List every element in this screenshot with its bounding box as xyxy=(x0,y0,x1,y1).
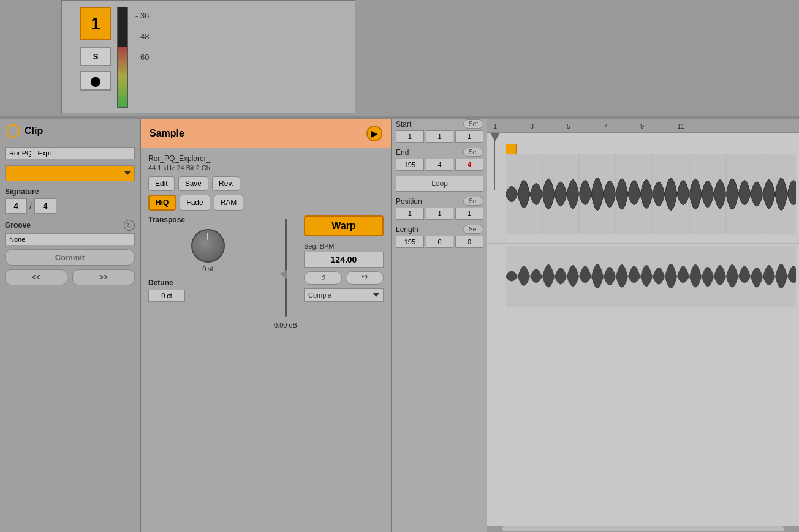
waveform-lower xyxy=(506,246,796,307)
gain-fader-track[interactable] xyxy=(285,219,287,317)
timeline-num-9: 9 xyxy=(640,122,677,130)
fade-button[interactable]: Fade xyxy=(180,195,210,211)
start-field-3[interactable]: 1 xyxy=(455,130,483,143)
loop-button[interactable]: Loop xyxy=(396,176,483,192)
clip-section: Clip Signature 4 / 4 Groove ↻ None Commi… xyxy=(0,119,141,532)
transpose-label: Transpose xyxy=(148,215,267,224)
mute-button[interactable]: ⬤ xyxy=(80,71,111,91)
ram-button[interactable]: RAM xyxy=(214,195,244,211)
bottom-panel: Clip Signature 4 / 4 Groove ↻ None Commi… xyxy=(0,119,799,532)
knob-indicator xyxy=(207,233,208,240)
sample-filename: Ror_PQ_Explorer_- xyxy=(148,154,384,163)
groove-refresh-icon[interactable]: ↻ xyxy=(124,220,135,231)
next-button[interactable]: >> xyxy=(72,269,135,285)
start-field-1[interactable]: 1 xyxy=(396,130,424,143)
end-fields: 195 4 4 xyxy=(396,159,483,171)
scrollbar-thumb[interactable] xyxy=(502,526,783,531)
wave-icon: ≋ xyxy=(6,89,25,107)
timeline-num-5: 5 xyxy=(567,122,604,130)
double-speed-button[interactable]: *2 xyxy=(346,271,384,285)
gain-db-value: 0.00 dB xyxy=(274,321,297,329)
warp-speed-buttons: :2 *2 xyxy=(304,271,384,285)
transpose-area: Transpose 0 st Detune xyxy=(148,215,267,329)
playhead-top-icon xyxy=(490,133,500,141)
solo-button[interactable]: S xyxy=(80,47,111,66)
length-field-2[interactable]: 0 xyxy=(426,236,454,248)
seg-bpm-label: Seg. BPM xyxy=(304,242,384,250)
warp-area: Warp Seg. BPM 124.00 :2 *2 Comple xyxy=(304,215,384,329)
horizontal-scrollbar[interactable] xyxy=(487,526,799,532)
save-button[interactable]: Save xyxy=(178,176,208,191)
start-field-2[interactable]: 1 xyxy=(426,130,454,143)
position-field-2[interactable]: 1 xyxy=(426,208,454,220)
start-label: Start Set xyxy=(396,119,483,129)
prev-button[interactable]: << xyxy=(5,269,67,285)
detune-label: Detune xyxy=(148,279,267,287)
transport-area: Start Set 1 1 1 End Set 195 4 4 Loop xyxy=(392,119,487,532)
fader-handle-icon xyxy=(280,269,287,279)
sample-header: Sample ▶ xyxy=(141,119,391,148)
groove-select[interactable]: None xyxy=(5,233,135,245)
sample-content: Ror_PQ_Explorer_- 44.1 kHz 24 Bit 2 Ch E… xyxy=(141,148,391,335)
timeline-num-11: 11 xyxy=(677,122,714,130)
warp-button[interactable]: Warp xyxy=(304,215,384,236)
groove-row: Groove ↻ xyxy=(5,220,135,231)
fader-area: 0.00 dB xyxy=(273,215,298,329)
end-row: End Set 195 4 4 xyxy=(396,148,483,171)
sample-navigate-button[interactable]: ▶ xyxy=(366,126,382,141)
timeline-numbers: 1 3 5 7 9 11 xyxy=(487,122,714,130)
sample-section: Sample ▶ Ror_PQ_Explorer_- 44.1 kHz 24 B… xyxy=(141,119,392,532)
mixer-panel: 1 S ⬤ - 36 - 48 - 60 xyxy=(61,0,355,113)
dropdown-arrow-icon xyxy=(124,171,131,175)
warp-mode-arrow-icon xyxy=(373,293,379,297)
db-labels: - 36 - 48 - 60 xyxy=(135,6,149,68)
db-label-48: - 48 xyxy=(135,26,149,47)
transpose-knob[interactable] xyxy=(191,229,225,263)
timeline-bar: 1 3 5 7 9 11 xyxy=(487,119,799,133)
length-field-3[interactable]: 0 xyxy=(455,236,483,248)
length-field-1[interactable]: 195 xyxy=(396,236,424,248)
nav-row: << >> xyxy=(5,269,135,285)
position-row: Position Set 1 1 1 xyxy=(396,197,483,220)
hiq-button[interactable]: HiQ xyxy=(148,195,176,211)
length-set-button[interactable]: Set xyxy=(463,225,483,234)
start-row: Start Set 1 1 1 xyxy=(396,119,483,143)
clip-color-dropdown[interactable] xyxy=(5,165,135,181)
transpose-knob-container: 0 st xyxy=(148,229,267,272)
end-field-3[interactable]: 4 xyxy=(455,159,483,171)
groove-label: Groove xyxy=(5,221,31,230)
waveform-upper: // This will be rendered via inline SVG xyxy=(506,154,796,234)
seg-bpm-field[interactable]: 124.00 xyxy=(304,252,384,268)
arrangement-view: 1 3 5 7 9 11 // This will xyxy=(487,119,799,532)
half-speed-button[interactable]: :2 xyxy=(304,271,342,285)
db-label-36: - 36 xyxy=(135,6,149,26)
db-label-60: - 60 xyxy=(135,47,149,68)
track-number-button[interactable]: 1 xyxy=(80,7,111,40)
end-set-button[interactable]: Set xyxy=(463,148,483,157)
length-fields: 195 0 0 xyxy=(396,236,483,248)
length-row: Length Set 195 0 0 xyxy=(396,225,483,248)
position-set-button[interactable]: Set xyxy=(463,197,483,206)
length-label: Length Set xyxy=(396,225,483,234)
detune-field[interactable] xyxy=(148,290,185,302)
clip-indicator xyxy=(6,124,20,138)
signature-slash: / xyxy=(29,201,32,211)
timeline-num-3: 3 xyxy=(530,122,567,130)
end-field-2[interactable]: 4 xyxy=(426,159,454,171)
end-field-1[interactable]: 195 xyxy=(396,159,424,171)
start-set-button[interactable]: Set xyxy=(463,119,483,129)
volume-meter xyxy=(117,7,128,108)
commit-button[interactable]: Commit xyxy=(5,249,135,266)
position-field-1[interactable]: 1 xyxy=(396,208,424,220)
end-label: End Set xyxy=(396,148,483,157)
rev-button[interactable]: Rev. xyxy=(212,176,240,191)
timeline-num-1: 1 xyxy=(493,122,530,130)
clip-name-field[interactable] xyxy=(5,147,135,159)
warp-mode-dropdown[interactable]: Comple xyxy=(304,288,384,302)
edit-button[interactable]: Edit xyxy=(148,176,175,191)
signature-denominator[interactable]: 4 xyxy=(34,198,56,214)
sample-edit-buttons: Edit Save Rev. xyxy=(148,176,384,191)
position-field-3[interactable]: 1 xyxy=(455,208,483,220)
signature-numerator[interactable]: 4 xyxy=(5,198,27,214)
clip-header: Clip xyxy=(0,119,140,143)
